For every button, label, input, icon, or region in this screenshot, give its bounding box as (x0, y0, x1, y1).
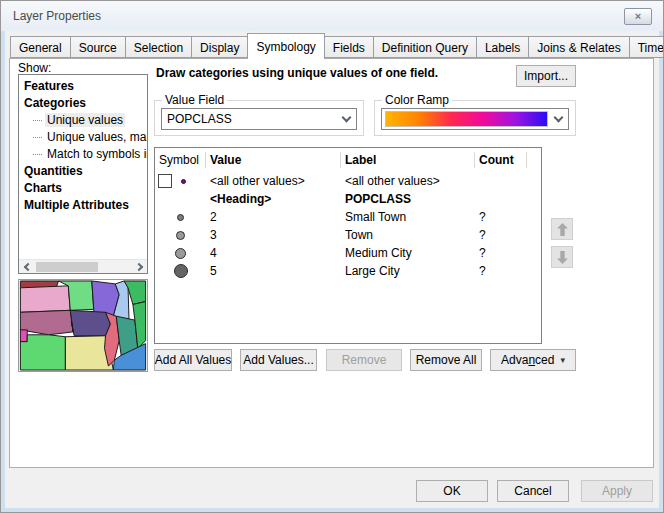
apply-button[interactable]: Apply (581, 480, 653, 502)
categories-table: Symbol Value Label Count <all other valu… (154, 147, 542, 344)
class-3-symbol[interactable] (176, 231, 185, 240)
show-list: Features Categories Unique values Unique… (19, 75, 147, 259)
tab-labels[interactable]: Labels (476, 36, 529, 58)
value-field-value: POPCLASS (162, 112, 336, 126)
map-preview (18, 279, 148, 372)
value-field-combobox[interactable]: POPCLASS (161, 108, 357, 130)
table-header: Symbol Value Label Count (155, 148, 541, 172)
show-item-unique-values-many[interactable]: Unique values, many (19, 129, 147, 146)
col-symbol: Symbol (155, 152, 206, 168)
import-button[interactable]: Import... (516, 65, 576, 87)
tab-source[interactable]: Source (70, 36, 126, 58)
tab-selection[interactable]: Selection (125, 36, 192, 58)
show-label: Show: (18, 61, 51, 75)
all-other-values-checkbox[interactable] (158, 174, 172, 188)
table-row[interactable]: 2 Small Town ? (155, 208, 541, 226)
advanced-button[interactable]: Advanced ▾ (490, 349, 576, 371)
tab-time[interactable]: Time (629, 36, 664, 58)
map-preview-svg (19, 280, 147, 371)
arrow-up-icon (557, 223, 568, 236)
chevron-down-icon[interactable] (336, 109, 356, 129)
col-count: Count (475, 152, 527, 168)
show-item-unique-values[interactable]: Unique values (19, 112, 147, 129)
ok-button[interactable]: OK (416, 480, 488, 502)
col-value: Value (206, 152, 341, 168)
class-2-symbol[interactable] (177, 214, 184, 221)
tab-display[interactable]: Display (191, 36, 248, 58)
table-row-heading[interactable]: <Heading> POPCLASS (155, 190, 541, 208)
scrollbar-thumb[interactable] (36, 262, 98, 272)
all-other-values-symbol[interactable] (181, 179, 186, 184)
tab-joins-relates[interactable]: Joins & Relates (528, 36, 629, 58)
value-field-legend: Value Field (162, 93, 227, 107)
col-label: Label (341, 152, 475, 168)
tab-general[interactable]: General (10, 36, 71, 58)
move-down-button[interactable] (551, 246, 573, 268)
dialog-body: General Source Selection Display Symbolo… (5, 31, 659, 508)
color-ramp-legend: Color Ramp (382, 93, 452, 107)
color-ramp-combobox[interactable] (381, 108, 569, 130)
show-item-categories[interactable]: Categories (19, 95, 147, 112)
move-up-button[interactable] (551, 218, 573, 240)
close-icon: × (635, 11, 641, 22)
color-ramp-groupbox: Color Ramp (374, 100, 576, 136)
class-4-symbol[interactable] (175, 248, 186, 259)
arrow-down-icon (557, 251, 568, 264)
chevron-down-icon[interactable] (548, 109, 568, 129)
show-listbox: Features Categories Unique values Unique… (18, 74, 148, 274)
window-title: Layer Properties (13, 9, 101, 23)
table-row[interactable]: 4 Medium City ? (155, 244, 541, 262)
show-item-match-symbols[interactable]: Match to symbols in a (19, 146, 147, 163)
class-5-symbol[interactable] (174, 264, 188, 278)
scroll-left-arrow-icon[interactable] (19, 260, 34, 273)
show-item-charts[interactable]: Charts (19, 180, 147, 197)
table-row[interactable]: 5 Large City ? (155, 262, 541, 280)
remove-button[interactable]: Remove (326, 349, 402, 371)
show-item-multiple-attributes[interactable]: Multiple Attributes (19, 197, 147, 214)
layer-properties-dialog: Layer Properties × General Source Select… (0, 0, 664, 513)
close-button[interactable]: × (624, 8, 652, 25)
symbology-page: Show: Features Categories Unique values … (9, 58, 654, 468)
draw-categories-description: Draw categories using unique values of o… (156, 66, 438, 80)
scroll-right-arrow-icon[interactable] (132, 260, 147, 273)
dropdown-arrow-icon: ▾ (560, 355, 565, 365)
title-bar: Layer Properties × (1, 1, 663, 31)
remove-all-button[interactable]: Remove All (410, 349, 482, 371)
table-row[interactable]: <all other values> <all other values> (155, 172, 541, 190)
add-all-values-button[interactable]: Add All Values (154, 349, 232, 371)
value-field-groupbox: Value Field POPCLASS (154, 100, 364, 136)
tab-symbology[interactable]: Symbology (247, 33, 324, 59)
color-ramp-gradient (385, 111, 548, 127)
add-values-button[interactable]: Add Values... (240, 349, 317, 371)
tab-strip: General Source Selection Display Symbolo… (10, 36, 664, 58)
tab-definition-query[interactable]: Definition Query (373, 36, 477, 58)
horizontal-scrollbar[interactable] (19, 259, 147, 273)
cancel-button[interactable]: Cancel (497, 480, 569, 502)
show-item-features[interactable]: Features (19, 78, 147, 95)
tab-fields[interactable]: Fields (324, 36, 374, 58)
table-row[interactable]: 3 Town ? (155, 226, 541, 244)
show-item-quantities[interactable]: Quantities (19, 163, 147, 180)
